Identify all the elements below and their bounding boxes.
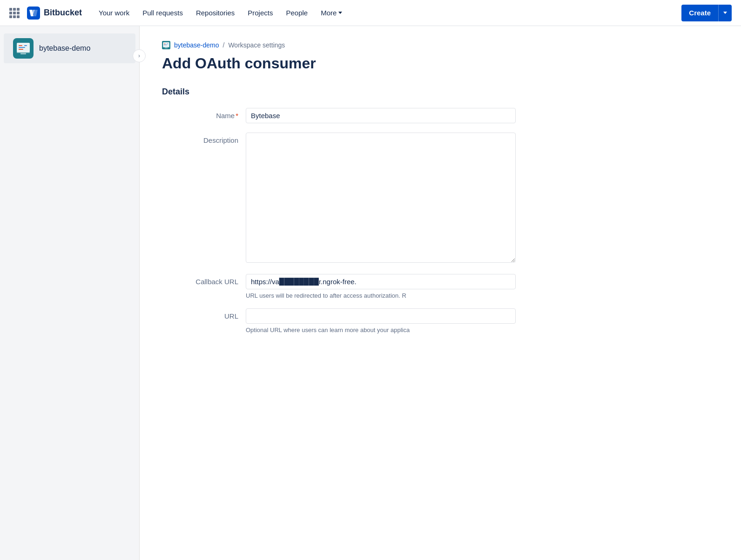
url-field: Optional URL where users can learn more …	[246, 308, 516, 333]
url-label: URL	[162, 308, 246, 320]
create-button-arrow[interactable]	[719, 8, 732, 18]
nav-people[interactable]: People	[280, 5, 313, 20]
callback-url-label: Callback URL	[162, 274, 246, 286]
svg-rect-7	[19, 49, 23, 50]
navbar-logo-text: Bitbucket	[44, 8, 82, 18]
sidebar-workspace-item[interactable]: bytebase-demo	[4, 33, 135, 63]
page-title: Add OAuth consumer	[162, 55, 719, 72]
svg-rect-8	[24, 45, 27, 46]
svg-rect-13	[164, 44, 166, 44]
callback-url-input[interactable]	[246, 274, 516, 289]
url-input[interactable]	[246, 308, 516, 324]
url-field-row: URL Optional URL where users can learn m…	[162, 308, 516, 333]
svg-rect-4	[20, 53, 26, 54]
grid-icon[interactable]	[9, 8, 20, 18]
navbar-logo[interactable]: Bitbucket	[27, 7, 82, 20]
more-chevron-icon	[338, 12, 342, 14]
svg-rect-5	[19, 45, 22, 46]
svg-rect-12	[165, 47, 168, 48]
collapse-icon: ›	[138, 53, 140, 59]
description-field-row: Description	[162, 133, 516, 265]
nav-your-work[interactable]: Your work	[93, 5, 135, 20]
callback-url-field-row: Callback URL URL users will be redirecte…	[162, 274, 516, 299]
nav-projects[interactable]: Projects	[242, 5, 278, 20]
callback-url-hint: URL users will be redirected to after ac…	[246, 292, 516, 299]
nav-pull-requests[interactable]: Pull requests	[137, 5, 189, 20]
description-field	[246, 133, 516, 265]
form: Details Name Description Callback URL	[162, 87, 719, 333]
workspace-avatar	[13, 38, 34, 59]
callback-url-field: URL users will be redirected to after ac…	[246, 274, 516, 299]
svg-rect-11	[163, 47, 169, 47]
nav-more[interactable]: More	[315, 5, 348, 20]
sidebar: bytebase-demo ›	[0, 26, 140, 560]
svg-rect-3	[17, 51, 30, 53]
app-layout: bytebase-demo › bytebase-demo / Workspac…	[0, 26, 741, 560]
svg-rect-14	[164, 45, 167, 45]
svg-rect-15	[167, 44, 168, 44]
breadcrumb: bytebase-demo / Workspace settings	[162, 41, 719, 49]
create-chevron-icon	[723, 12, 727, 14]
main-content: bytebase-demo / Workspace settings Add O…	[140, 26, 741, 560]
navbar: Bitbucket Your work Pull requests Reposi…	[0, 0, 741, 26]
description-textarea[interactable]	[246, 133, 516, 263]
form-section-title: Details	[162, 87, 719, 97]
breadcrumb-current: Workspace settings	[228, 41, 285, 49]
description-label: Description	[162, 133, 246, 144]
breadcrumb-workspace-icon	[162, 41, 170, 49]
nav-repositories[interactable]: Repositories	[190, 5, 240, 20]
create-button-label: Create	[681, 5, 718, 20]
name-input[interactable]	[246, 108, 516, 123]
name-field	[246, 108, 516, 123]
create-button[interactable]: Create	[681, 5, 732, 21]
sidebar-collapse-button[interactable]: ›	[133, 49, 146, 62]
breadcrumb-separator: /	[223, 41, 225, 49]
name-label: Name	[162, 108, 246, 120]
navbar-links: Your work Pull requests Repositories Pro…	[93, 5, 681, 20]
svg-rect-6	[19, 47, 25, 48]
breadcrumb-workspace-link[interactable]: bytebase-demo	[174, 41, 219, 49]
workspace-name: bytebase-demo	[39, 44, 90, 53]
url-hint: Optional URL where users can learn more …	[246, 327, 516, 333]
name-field-row: Name	[162, 108, 516, 123]
